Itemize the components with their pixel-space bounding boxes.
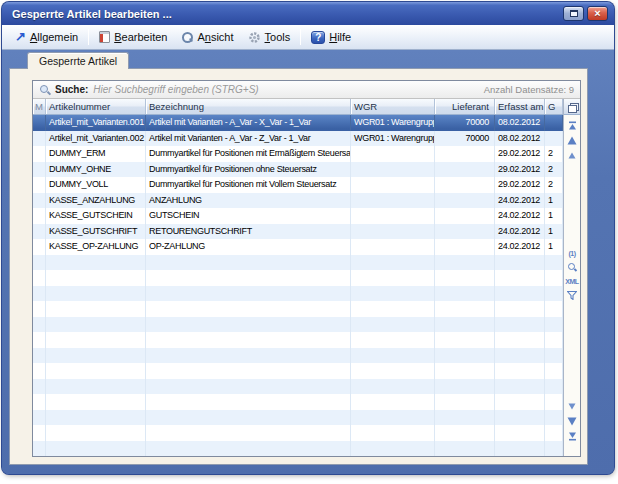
column-header-lieferant[interactable]: Lieferant bbox=[435, 99, 495, 114]
empty-row bbox=[33, 441, 563, 457]
cell-g bbox=[545, 270, 563, 286]
cell-wgr bbox=[351, 270, 435, 286]
cell-lieferant bbox=[435, 239, 495, 255]
cell-bezeichnung bbox=[146, 348, 351, 364]
menu-hilfe-label: Hilfe bbox=[329, 31, 351, 43]
cell-wgr bbox=[351, 286, 435, 302]
cell-lieferant bbox=[435, 317, 495, 333]
cell-erfasst_am: 24.02.2012 bbox=[495, 239, 545, 255]
cell-g bbox=[545, 348, 563, 364]
cell-lieferant bbox=[435, 301, 495, 317]
cell-artikelnummer bbox=[46, 425, 146, 441]
cell-erfasst_am: 24.02.2012 bbox=[495, 208, 545, 224]
arrow-up-right-icon: ↗ bbox=[15, 31, 26, 43]
app-window: Gesperrte Artikel bearbeiten ... × ↗ All… bbox=[2, 2, 614, 474]
tab-gesperrte-artikel[interactable]: Gesperrte Artikel bbox=[27, 52, 129, 69]
xml-export-button[interactable]: XML bbox=[565, 277, 578, 286]
cell-g bbox=[545, 286, 563, 302]
toolbar-separator bbox=[88, 29, 89, 45]
table-row[interactable]: Artikel_mit_Varianten.001Artikel mit Var… bbox=[33, 115, 563, 131]
cell-artikelnummer bbox=[46, 317, 146, 333]
row-up-button[interactable] bbox=[567, 135, 578, 146]
cell-m bbox=[33, 162, 46, 178]
cell-m bbox=[33, 193, 46, 209]
column-header-bezeichnung[interactable]: Bezeichnung bbox=[146, 99, 351, 114]
cell-lieferant: 70000 bbox=[435, 131, 495, 147]
cell-m bbox=[33, 131, 46, 147]
gear-icon bbox=[248, 31, 261, 44]
empty-row bbox=[33, 394, 563, 410]
cell-erfasst_am bbox=[495, 301, 545, 317]
cell-erfasst_am bbox=[495, 410, 545, 426]
empty-row bbox=[33, 348, 563, 364]
cell-wgr bbox=[351, 317, 435, 333]
row-down-button[interactable] bbox=[567, 416, 578, 427]
column-header-wgr[interactable]: WGR bbox=[351, 99, 435, 114]
menu-ansicht[interactable]: Ansicht bbox=[174, 29, 240, 45]
table-row[interactable]: Artikel_mit_Varianten.002Artikel mit Var… bbox=[33, 131, 563, 147]
restore-icon bbox=[570, 10, 578, 17]
cell-g bbox=[545, 301, 563, 317]
magnifier-small-icon bbox=[567, 262, 578, 273]
grid-search-button[interactable] bbox=[567, 262, 578, 273]
table-row[interactable]: DUMMY_VOLLDummyartikel für Positionen mi… bbox=[33, 177, 563, 193]
table-row[interactable]: KASSE_ANZAHLUNGANZAHLUNG24.02.20121 bbox=[33, 193, 563, 209]
scroll-to-bottom-button[interactable] bbox=[567, 431, 578, 442]
filter-button[interactable] bbox=[567, 290, 578, 301]
cell-lieferant bbox=[435, 177, 495, 193]
cell-m bbox=[33, 224, 46, 240]
cell-bezeichnung: GUTSCHEIN bbox=[146, 208, 351, 224]
scroll-to-top-button[interactable] bbox=[567, 120, 578, 131]
menu-tools[interactable]: Tools bbox=[241, 29, 298, 46]
search-input[interactable] bbox=[93, 84, 478, 95]
cell-wgr bbox=[351, 224, 435, 240]
cell-m bbox=[33, 332, 46, 348]
column-header-artikelnummer[interactable]: Artikelnummer bbox=[46, 99, 146, 114]
cell-artikelnummer bbox=[46, 410, 146, 426]
page-up-button[interactable] bbox=[567, 150, 578, 161]
cell-m bbox=[33, 208, 46, 224]
cell-erfasst_am: 08.02.2012 bbox=[495, 131, 545, 147]
column-chooser-button[interactable] bbox=[564, 99, 580, 115]
column-header-m[interactable]: M bbox=[33, 99, 46, 114]
cell-artikelnummer: KASSE_GUTSCHEIN bbox=[46, 208, 146, 224]
empty-row bbox=[33, 332, 563, 348]
title-bar: Gesperrte Artikel bearbeiten ... × bbox=[2, 2, 614, 25]
cell-g bbox=[545, 425, 563, 441]
cell-artikelnummer: Artikel_mit_Varianten.002 bbox=[46, 131, 146, 147]
group-count-badge[interactable]: (1) bbox=[568, 249, 575, 258]
restore-button[interactable] bbox=[563, 6, 584, 21]
empty-row bbox=[33, 255, 563, 271]
table-row[interactable]: KASSE_OP-ZAHLUNGOP-ZAHLUNG24.02.20121 bbox=[33, 239, 563, 255]
cell-erfasst_am bbox=[495, 394, 545, 410]
table-row[interactable]: KASSE_GUTSCHEINGUTSCHEIN24.02.20121 bbox=[33, 208, 563, 224]
table-row[interactable]: DUMMY_ERMDummyartikel für Positionen mit… bbox=[33, 146, 563, 162]
menu-tools-label: Tools bbox=[265, 31, 291, 43]
cell-g: 1 bbox=[545, 193, 563, 209]
cell-m bbox=[33, 177, 46, 193]
cell-lieferant bbox=[435, 332, 495, 348]
cell-erfasst_am bbox=[495, 363, 545, 379]
cell-wgr bbox=[351, 348, 435, 364]
table-row[interactable]: DUMMY_OHNEDummyartikel für Positionen oh… bbox=[33, 162, 563, 178]
cell-artikelnummer bbox=[46, 394, 146, 410]
cell-wgr bbox=[351, 208, 435, 224]
small-arrow-down-icon bbox=[568, 403, 576, 410]
close-button[interactable]: × bbox=[587, 6, 608, 21]
scroll-to-top-icon bbox=[568, 121, 577, 130]
column-header-erfasst-am[interactable]: Erfasst am bbox=[495, 99, 545, 114]
cell-g: 1 bbox=[545, 239, 563, 255]
menu-bearbeiten[interactable]: Bearbeiten bbox=[92, 29, 174, 45]
cell-erfasst_am: 24.02.2012 bbox=[495, 224, 545, 240]
menu-allgemein[interactable]: ↗ Allgemein bbox=[8, 29, 85, 45]
menu-ansicht-label: Ansicht bbox=[197, 31, 233, 43]
page-down-button[interactable] bbox=[567, 401, 578, 412]
cell-wgr bbox=[351, 441, 435, 457]
cell-lieferant bbox=[435, 208, 495, 224]
cell-erfasst_am: 08.02.2012 bbox=[495, 115, 545, 131]
table-row[interactable]: KASSE_GUTSCHRIFTRETOURENGUTSCHRIFT24.02.… bbox=[33, 224, 563, 240]
column-header-g[interactable]: G bbox=[545, 99, 563, 114]
cell-bezeichnung bbox=[146, 410, 351, 426]
menu-hilfe[interactable]: ? Hilfe bbox=[304, 29, 358, 46]
cell-m bbox=[33, 146, 46, 162]
